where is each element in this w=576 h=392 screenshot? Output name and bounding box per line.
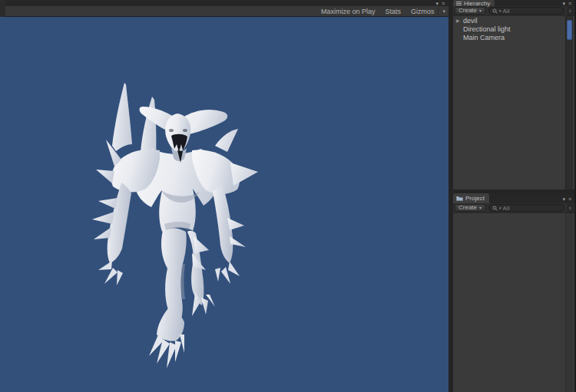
hierarchy-search-field[interactable]: ▾ — [488, 7, 564, 15]
hierarchy-create-label: Create — [458, 8, 477, 14]
game-view-toolbar: Maximize on Play Stats Gizmos ▾ — [0, 6, 449, 17]
project-tabstrip: Project ▾ ≡ — [453, 193, 574, 203]
project-panel-menu-icon[interactable]: ≡ — [568, 196, 571, 201]
game-viewport[interactable]: ▾ ≡ Maximize on Play Stats Gizmos ▾ — [0, 0, 449, 392]
hierarchy-item-label: devil — [463, 17, 478, 25]
gizmos-dropdown[interactable]: Gizmos ▾ — [411, 8, 445, 15]
hierarchy-scrollbar-thumb[interactable] — [567, 20, 572, 40]
hierarchy-toolbar: Create ▾ ▾ ≡ — [453, 6, 574, 16]
hierarchy-search-input[interactable] — [503, 8, 560, 15]
hierarchy-tree: ▶ devil Directional light Main Camera — [453, 16, 565, 189]
project-scroll-stub[interactable]: ≡ — [568, 204, 573, 212]
hierarchy-list-icon — [456, 1, 462, 6]
search-icon — [492, 8, 498, 14]
hierarchy-panel-dropdown-icon[interactable]: ▾ — [562, 1, 565, 6]
stats-button[interactable]: Stats — [385, 8, 401, 15]
gizmos-dropdown-icon[interactable]: ▾ — [442, 8, 445, 14]
project-create-button[interactable]: Create ▾ — [455, 204, 485, 212]
game-view-tabstrip: ▾ ≡ — [0, 0, 449, 6]
hierarchy-tab-label: Hierarchy — [464, 0, 490, 7]
game-panel-menu-icon[interactable]: ≡ — [442, 1, 445, 6]
unity-editor-window: ▾ ≡ Maximize on Play Stats Gizmos ▾ — [0, 0, 576, 392]
tab-project[interactable]: Project — [453, 193, 489, 203]
hierarchy-create-button[interactable]: Create ▾ — [455, 7, 485, 15]
create-dropdown-icon: ▾ — [479, 206, 482, 210]
hierarchy-scroll-stub[interactable]: ≡ — [568, 7, 573, 15]
folder-icon — [456, 196, 463, 201]
project-panel-dropdown-icon[interactable]: ▾ — [562, 196, 565, 201]
project-search-input[interactable] — [503, 205, 560, 212]
hierarchy-tabstrip: Hierarchy ▾ ≡ — [453, 0, 574, 6]
search-filter-dropdown-icon[interactable]: ▾ — [499, 206, 502, 210]
toolbar-separator — [438, 8, 439, 15]
project-scrollbar-track[interactable] — [565, 213, 573, 392]
hierarchy-item-directional-light[interactable]: Directional light — [453, 25, 565, 33]
right-panel-column: Hierarchy ▾ ≡ Create ▾ ▾ — [453, 0, 576, 392]
search-filter-dropdown-icon[interactable]: ▾ — [499, 9, 502, 13]
hierarchy-item-label: Main Camera — [463, 34, 505, 41]
tab-hierarchy[interactable]: Hierarchy — [453, 0, 495, 6]
hierarchy-item-label: Directional light — [463, 25, 511, 33]
window-edge-nub — [0, 0, 5, 17]
project-browser-body[interactable] — [453, 213, 574, 392]
game-panel-dropdown-icon[interactable]: ▾ — [435, 1, 439, 6]
project-toolbar: Create ▾ ▾ ≡ — [453, 203, 574, 213]
project-panel: Project ▾ ≡ Create ▾ ▾ — [453, 193, 574, 392]
expander-icon[interactable]: ▶ — [456, 18, 463, 23]
project-create-label: Create — [458, 205, 477, 211]
project-search-field[interactable]: ▾ — [488, 204, 564, 212]
hierarchy-item-devil[interactable]: ▶ devil — [453, 16, 565, 25]
hierarchy-panel: Hierarchy ▾ ≡ Create ▾ ▾ — [453, 0, 574, 189]
hierarchy-panel-menu-icon[interactable]: ≡ — [568, 1, 571, 6]
hierarchy-scrollbar-track[interactable] — [565, 16, 573, 189]
create-dropdown-icon: ▾ — [479, 8, 482, 13]
hierarchy-item-main-camera[interactable]: Main Camera — [453, 33, 565, 41]
search-icon — [492, 206, 498, 211]
maximize-on-play-button[interactable]: Maximize on Play — [321, 8, 376, 15]
devil-model-render — [0, 0, 449, 392]
gizmos-label: Gizmos — [411, 8, 435, 15]
project-tab-label: Project — [465, 195, 485, 202]
